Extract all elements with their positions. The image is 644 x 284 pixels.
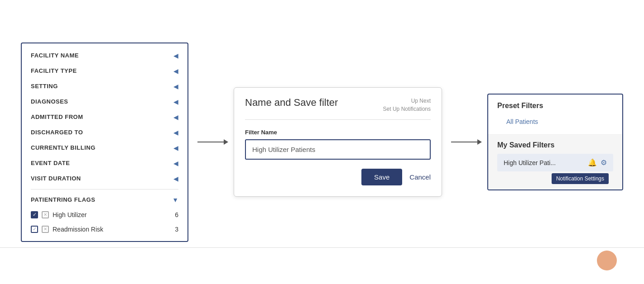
saved-section-title: My Saved Filters <box>497 141 613 149</box>
arrow-line <box>197 142 225 142</box>
checkbox-partial-icon[interactable] <box>31 226 38 233</box>
field-label: Filter Name <box>245 129 431 136</box>
chevron-left-icon: ◀ <box>173 83 178 90</box>
arrow-1 <box>188 142 234 142</box>
chevron-left-icon: ◀ <box>173 160 178 167</box>
x-icon[interactable]: ✕ <box>42 226 49 233</box>
checkbox-checked-icon[interactable] <box>31 211 38 218</box>
modal-actions: Save Cancel <box>245 169 431 185</box>
preset-section-title: Preset Filters <box>497 102 613 110</box>
chevron-left-icon: ◀ <box>173 52 178 59</box>
bottom-divider <box>0 247 644 248</box>
filter-row-diagnoses[interactable]: DIAGNOSES ◀ <box>22 94 187 109</box>
filter-row-facility-type[interactable]: FACILITY TYPE ◀ <box>22 63 187 79</box>
modal-next-info: Up Next Set Up Notifications <box>383 97 431 113</box>
chevron-left-icon: ◀ <box>173 67 178 75</box>
filter-row-label: DISCHARGED TO <box>31 129 83 136</box>
modal-header: Name and Save filter Up Next Set Up Noti… <box>234 88 442 119</box>
modal-title: Name and Save filter <box>245 97 338 109</box>
modal-body: Filter Name Save Cancel <box>234 120 442 196</box>
chevron-left-icon: ◀ <box>173 114 178 121</box>
filter-name-input[interactable] <box>245 139 431 160</box>
chevron-left-icon: ◀ <box>173 98 178 105</box>
arrow-2 <box>442 142 487 142</box>
flag-count: 3 <box>175 226 178 233</box>
chevron-down-icon: ▼ <box>172 196 178 204</box>
preset-item-all-patients[interactable]: All Patients <box>497 114 613 129</box>
flags-label: PATIENTRING FLAGS <box>31 196 95 203</box>
filter-row-admitted-from[interactable]: ADMITTED FROM ◀ <box>22 109 187 125</box>
bottom-circle <box>597 251 617 270</box>
saved-section: My Saved Filters High Utilizer Pati... 🔔… <box>488 135 622 189</box>
filter-row-facility-name[interactable]: FACILITY NAME ◀ <box>22 48 187 63</box>
flags-header[interactable]: PATIENTRING FLAGS ▼ <box>22 192 187 208</box>
bell-icon[interactable]: 🔔 <box>588 158 597 167</box>
filter-row-label: FACILITY NAME <box>31 52 79 59</box>
up-next-label: Up Next <box>383 97 431 105</box>
filter-row-setting[interactable]: SETTING ◀ <box>22 79 187 94</box>
filter-row-label: FACILITY TYPE <box>31 67 77 74</box>
flag-name: Readmission Risk <box>53 226 171 233</box>
gear-icon[interactable]: ⚙ <box>601 158 607 167</box>
filter-row-label: SETTING <box>31 83 58 90</box>
flag-item-readmission-risk[interactable]: ✕ Readmission Risk 3 <box>22 222 187 237</box>
save-filter-modal: Name and Save filter Up Next Set Up Noti… <box>234 87 442 197</box>
x-icon[interactable]: ✕ <box>42 211 49 218</box>
filter-row-currently-billing[interactable]: CURRENTLY BILLING ◀ <box>22 140 187 156</box>
tooltip-row: Notification Settings <box>497 171 613 184</box>
cancel-button[interactable]: Cancel <box>409 173 431 181</box>
filter-row-visit-duration[interactable]: VISIT DURATION ◀ <box>22 171 187 186</box>
arrow-line-2 <box>451 142 478 142</box>
saved-filter-item[interactable]: High Utilizer Pati... 🔔 ⚙ <box>497 154 613 171</box>
preset-section: Preset Filters All Patients <box>488 95 622 134</box>
filter-row-label: ADMITTED FROM <box>31 114 83 120</box>
next-step-label: Set Up Notifications <box>383 105 431 113</box>
save-button[interactable]: Save <box>361 169 402 185</box>
preset-panel: Preset Filters All Patients My Saved Fil… <box>487 94 623 190</box>
filter-row-label: VISIT DURATION <box>31 175 81 182</box>
filter-row-label: DIAGNOSES <box>31 98 68 105</box>
section-divider <box>31 189 178 189</box>
flag-item-high-utilizer[interactable]: ✕ High Utilizer 6 <box>22 208 187 222</box>
filter-row-label: EVENT DATE <box>31 160 70 166</box>
chevron-left-icon: ◀ <box>173 129 178 136</box>
filter-row-event-date[interactable]: EVENT DATE ◀ <box>22 156 187 171</box>
flag-count: 6 <box>175 211 178 218</box>
filter-row-label: CURRENTLY BILLING <box>31 144 96 151</box>
saved-filter-name: High Utilizer Pati... <box>504 159 584 166</box>
notification-tooltip: Notification Settings <box>552 173 609 184</box>
chevron-left-icon: ◀ <box>173 175 178 182</box>
chevron-left-icon: ◀ <box>173 144 178 151</box>
flag-name: High Utilizer <box>53 211 171 218</box>
filter-panel: FACILITY NAME ◀ FACILITY TYPE ◀ SETTING … <box>21 43 188 242</box>
filter-row-discharged-to[interactable]: DISCHARGED TO ◀ <box>22 125 187 140</box>
